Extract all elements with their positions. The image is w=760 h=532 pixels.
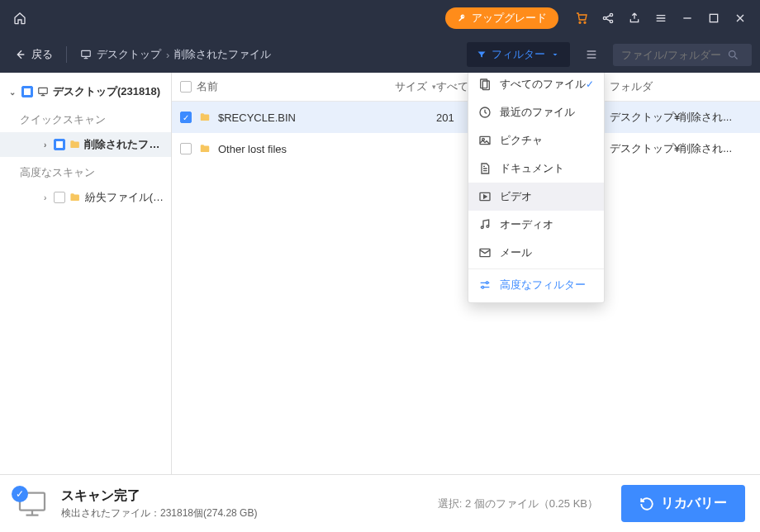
- checkbox-mixed[interactable]: [54, 139, 65, 150]
- share-icon[interactable]: [595, 5, 621, 31]
- table-row[interactable]: ✓$RECYCLE.BIN201デスクトップ¥削除され...: [172, 102, 760, 133]
- status-bar: ✓ スキャン完了 検出されたファイル：231818個(274.28 GB) 選択…: [0, 474, 760, 532]
- breadcrumb-loc2: 削除されたファイル: [174, 47, 271, 62]
- filter-item-label: メール: [500, 245, 532, 260]
- filter-menu-item[interactable]: すべてのファイル✓: [468, 73, 604, 98]
- selection-text: 選択: 2 個のファイル（0.25 KB）: [438, 496, 598, 511]
- svg-point-19: [482, 286, 484, 288]
- filter-menu-item[interactable]: ドキュメント: [468, 154, 604, 183]
- tree-root-label: デスクトップ(231818): [53, 84, 160, 99]
- chevron-right-icon: ›: [166, 49, 169, 61]
- file-name: Other lost files: [218, 143, 287, 155]
- folder-icon: [198, 112, 211, 123]
- expand-icon[interactable]: ›: [40, 140, 50, 150]
- funnel-icon: [477, 50, 487, 59]
- col-size-label[interactable]: サイズ: [395, 79, 427, 94]
- svg-point-7: [729, 50, 736, 57]
- col-folder-label[interactable]: フォルダ: [610, 79, 653, 94]
- checkbox[interactable]: ✓: [180, 112, 192, 123]
- minimize-icon[interactable]: [674, 5, 701, 31]
- col-name-label[interactable]: 名前: [197, 79, 218, 94]
- filter-item-label: ドキュメント: [500, 161, 564, 176]
- status-text: スキャン完了 検出されたファイル：231818個(274.28 GB): [61, 487, 426, 520]
- svg-point-15: [481, 226, 483, 229]
- filter-item-label: すべてのファイル: [500, 77, 586, 92]
- svg-rect-5: [710, 14, 717, 21]
- separator: [468, 268, 604, 269]
- recover-button[interactable]: リカバリー: [621, 485, 745, 522]
- view-list-button[interactable]: [578, 41, 605, 68]
- tree-section-quick: クイックスキャン: [0, 104, 171, 132]
- filter-menu-item[interactable]: オーディオ: [468, 211, 604, 239]
- file-folder: デスクトップ¥削除され...: [610, 110, 752, 125]
- filter-menu-item[interactable]: ビデオ: [468, 183, 604, 211]
- search-input[interactable]: [621, 49, 720, 61]
- folder-icon: [69, 192, 81, 203]
- check-icon: ✓: [586, 78, 594, 90]
- search-box[interactable]: [613, 44, 752, 66]
- back-label: 戻る: [31, 47, 53, 62]
- tree-item-deleted[interactable]: › 削除されたファ...: [0, 132, 171, 157]
- tree-item-lost[interactable]: › 紛失ファイル(1...: [0, 185, 171, 210]
- filter-menu-item[interactable]: ピクチャ: [468, 126, 604, 154]
- tree-root[interactable]: ⌄ デスクトップ(231818): [0, 79, 171, 104]
- close-icon[interactable]: [727, 5, 753, 31]
- export-icon[interactable]: [621, 5, 648, 31]
- tree-item-label: 紛失ファイル(1...: [85, 190, 164, 205]
- svg-rect-8: [39, 88, 48, 93]
- divider: [66, 46, 67, 63]
- nav-bar: 戻る デスクトップ › 削除されたファイル フィルター: [0, 36, 760, 73]
- status-icon: ✓: [15, 489, 50, 519]
- filter-menu-item[interactable]: メール: [468, 239, 604, 267]
- status-title: スキャン完了: [61, 487, 426, 505]
- filter-item-label: ピクチャ: [500, 133, 543, 148]
- svg-point-16: [487, 226, 489, 228]
- filter-menu: すべてのファイル✓最近のファイルピクチャドキュメントビデオオーディオメール 高度…: [468, 73, 605, 303]
- filter-menu-item[interactable]: 最近のファイル: [468, 98, 604, 126]
- back-button[interactable]: 戻る: [13, 47, 53, 62]
- status-subtitle: 検出されたファイル：231818個(274.28 GB): [61, 506, 426, 520]
- menu-icon[interactable]: [648, 5, 674, 31]
- monitor-icon: [36, 86, 50, 97]
- checkbox-mixed[interactable]: [21, 86, 33, 97]
- filter-item-label: 最近のファイル: [500, 105, 575, 120]
- checkbox[interactable]: [54, 192, 65, 203]
- sliders-icon: [478, 278, 492, 292]
- breadcrumb[interactable]: デスクトップ › 削除されたファイル: [80, 47, 271, 62]
- folder-icon: [198, 143, 211, 154]
- checkbox-all[interactable]: [180, 81, 192, 93]
- filter-advanced[interactable]: 高度なフィルター: [468, 271, 604, 299]
- column-header: 名前 サイズ▾ すべて タイプ フォルダ: [172, 73, 760, 102]
- tree-item-label: 削除されたファ...: [84, 137, 164, 152]
- monitor-icon: [80, 49, 92, 60]
- expand-icon[interactable]: ›: [40, 193, 50, 202]
- svg-point-18: [486, 282, 488, 284]
- svg-point-1: [584, 21, 586, 23]
- checkbox[interactable]: [180, 143, 192, 154]
- check-badge-icon: ✓: [12, 486, 28, 502]
- file-list: 名前 サイズ▾ すべて タイプ フォルダ ✓$RECYCLE.BIN201デスク…: [172, 73, 760, 474]
- filter-button[interactable]: フィルター: [467, 42, 570, 67]
- filter-item-label: オーディオ: [500, 217, 553, 232]
- filter-label: フィルター: [492, 47, 545, 62]
- svg-point-0: [579, 21, 581, 23]
- maximize-icon[interactable]: [701, 5, 727, 31]
- recover-label: リカバリー: [661, 495, 727, 512]
- collapse-icon[interactable]: ⌄: [7, 88, 18, 97]
- chevron-down-icon: [550, 50, 560, 59]
- upgrade-button[interactable]: アップグレード: [445, 7, 558, 29]
- home-icon[interactable]: [7, 5, 33, 31]
- search-icon: [727, 49, 739, 61]
- file-name: $RECYCLE.BIN: [218, 112, 296, 124]
- filter-advanced-label: 高度なフィルター: [500, 278, 586, 292]
- file-folder: デスクトップ¥削除され...: [610, 141, 752, 156]
- col-date-label[interactable]: すべて: [436, 79, 468, 94]
- sidebar: ⌄ デスクトップ(231818) クイックスキャン › 削除されたファ... 高…: [0, 73, 172, 474]
- svg-rect-6: [82, 50, 91, 56]
- table-row[interactable]: Other lost filesデスクトップ¥削除され...: [172, 133, 760, 164]
- tree-section-deep: 高度なスキャン: [0, 157, 171, 185]
- main-area: ⌄ デスクトップ(231818) クイックスキャン › 削除されたファ... 高…: [0, 73, 760, 474]
- restore-icon: [639, 496, 654, 511]
- cart-icon[interactable]: [568, 5, 595, 31]
- folder-icon: [69, 139, 81, 150]
